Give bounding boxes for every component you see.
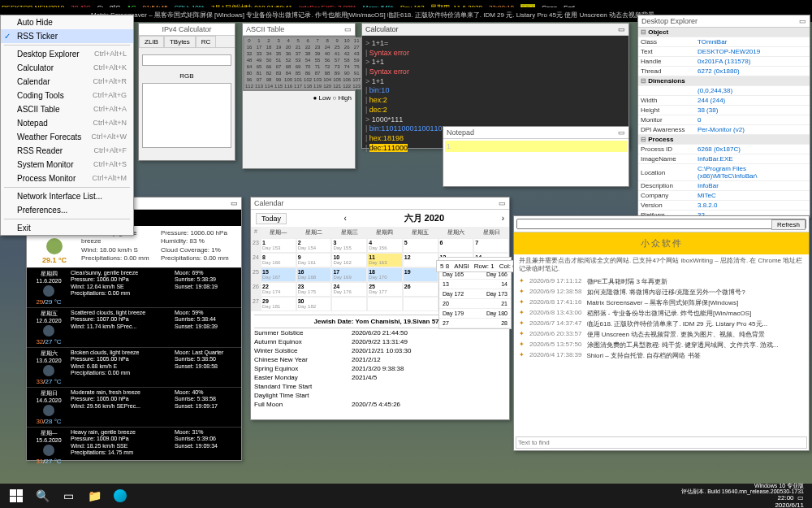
- calendar-day[interactable]: 30Day 182: [296, 297, 332, 311]
- calendar-day[interactable]: 1Day 153: [261, 238, 296, 253]
- context-menu: Auto Hide✓RSS TickerDesktop ExplorerCtrl…: [0, 15, 134, 236]
- menu-item-calendar[interactable]: CalendarCtrl+Alt+R: [1, 75, 133, 89]
- notif-icon[interactable]: ▭: [797, 494, 804, 501]
- rss-item[interactable]: ✦2020/6/8 17:41:16Matrix Screensaver – 黑…: [514, 297, 809, 308]
- calendar-day[interactable]: 6: [438, 238, 474, 253]
- menu-item-coding-tools[interactable]: Coding ToolsCtrl+Alt+G: [1, 89, 133, 102]
- calendar-day[interactable]: [403, 297, 438, 311]
- notepad-window[interactable]: Notepad▭ 1: [443, 126, 629, 187]
- calendar-day[interactable]: 12: [403, 253, 438, 267]
- feed-select[interactable]: [516, 219, 806, 229]
- close-icon[interactable]: ▭: [618, 128, 625, 137]
- menu-item-process-monitor[interactable]: Process MonitorCtrl+Alt+M: [1, 172, 133, 185]
- forecast-row: 星期六13.6.202033/27 °CBroken clouds, light…: [27, 347, 241, 387]
- month-title: 六月 2020: [404, 212, 445, 224]
- calendar-day[interactable]: 17Day 169: [331, 267, 367, 282]
- close-icon[interactable]: ▭: [799, 17, 806, 25]
- edge-icon[interactable]: [110, 486, 130, 506]
- rgb-label: RGB: [139, 72, 235, 80]
- ipv4-calculator-window[interactable]: IPv4 Calculator ZLIB TBytes RC RGB: [138, 23, 235, 161]
- calendar-day[interactable]: 11Day 163: [367, 253, 403, 267]
- rss-item[interactable]: ✦2020/6/7 14:37:47临近618. 正版软件特价清单来了. IDM…: [514, 319, 809, 329]
- menu-item-desktop-explorer[interactable]: Desktop ExplorerCtrl+Alt+L: [1, 47, 133, 61]
- calendar-day[interactable]: [331, 297, 367, 311]
- calendar-day[interactable]: 23Day 175: [296, 282, 332, 297]
- taskbar[interactable]: 🔍 ▭ 📁 Windows 10 专业版 评估副本. Build 19640.m…: [0, 484, 812, 508]
- ascii-grid[interactable]: 0123456789101112131415161718192021222324…: [243, 36, 355, 91]
- task-view-icon[interactable]: ▭: [58, 486, 78, 506]
- explorer-title: Desktop Explorer▭: [638, 15, 810, 28]
- system-tray[interactable]: Windows 10 专业版 评估副本. Build 19640.mn_rele…: [681, 483, 809, 508]
- radio-high[interactable]: ○ High: [332, 94, 352, 102]
- ascii-title: ASCII Table▭: [243, 24, 355, 36]
- menu-item-weather-forecats[interactable]: Weather ForecatsCtrl+Alt+W: [1, 130, 133, 144]
- calendar-day[interactable]: 4Day 156: [367, 238, 403, 253]
- menu-item-network-interface-list-[interactable]: Network Interface List...: [1, 189, 133, 203]
- rss-item[interactable]: ✦2020/6/8 13:43:00稻部落 - 专业备份导出微博记录. 炸号也能…: [514, 308, 809, 319]
- menu-item-notepad[interactable]: NotepadCtrl+Alt+N: [1, 116, 133, 130]
- radio-low[interactable]: ● Low: [313, 94, 331, 102]
- rss-reader-window[interactable]: Refresh 小众软件 并且兼并需要点击才能阅读全文的网站. 已支持47个网站…: [513, 215, 810, 451]
- calendar-day[interactable]: [367, 297, 403, 311]
- forecast-row: 星期五12.6.202032/27 °CScattered clouds, li…: [27, 307, 241, 347]
- today-button[interactable]: Today: [256, 213, 287, 224]
- desktop-explorer-window[interactable]: Desktop Explorer▭ ObjectClassTOmniBarTex…: [637, 15, 810, 218]
- tab-rc[interactable]: RC: [196, 36, 217, 47]
- rss-item[interactable]: ✦2020/6/4 17:38:39Shiori – 支持自托管. 自存档的网络…: [514, 350, 809, 361]
- menu-item-calculator[interactable]: CalculatorCtrl+Alt+K: [1, 61, 133, 75]
- calendar-title: Calendar▭: [251, 198, 509, 210]
- menu-item-rss-reader[interactable]: RSS ReaderCtrl+Alt+F: [1, 144, 133, 158]
- notepad-body[interactable]: 1: [443, 139, 628, 154]
- prev-month-icon[interactable]: ‹: [344, 214, 347, 223]
- weather-window[interactable]: Weather Forecast▭ 21:5429.1 °C Clear/sun…: [26, 197, 242, 461]
- rss-item[interactable]: ✦2020/6/5 13:57:50涂图清免费的工具型教程: 纯干货. 健穿透局…: [514, 340, 809, 350]
- search-icon[interactable]: 🔍: [32, 486, 52, 506]
- start-button[interactable]: [10, 489, 23, 502]
- close-icon[interactable]: ▭: [499, 199, 506, 207]
- menu-item-exit[interactable]: Exit: [1, 221, 133, 235]
- close-icon[interactable]: ▭: [618, 25, 625, 33]
- rss-item[interactable]: ✦2020/6/9 17:11:12微PE工具箱时隔 3 年再更新: [514, 276, 809, 287]
- forecast-row: 星期四11.6.202029/29 °CClear/sunny, gentle …: [27, 267, 241, 307]
- calendar-day[interactable]: 9Day 161: [296, 253, 332, 267]
- ascii-table-window[interactable]: ASCII Table▭ 012345678910111213141516171…: [242, 23, 356, 169]
- notepad-title: Notepad▭: [443, 127, 628, 139]
- menu-item-auto-hide[interactable]: Auto Hide: [1, 15, 133, 29]
- calc-title: Calculator▭: [362, 24, 628, 36]
- menu-item-system-monitor[interactable]: System MonitorCtrl+Alt+S: [1, 158, 133, 172]
- close-icon[interactable]: ▭: [231, 199, 238, 207]
- calendar-day[interactable]: 26: [403, 282, 438, 297]
- forecast-row: 星期日14.6.202030/28 °CModerate rain, fresh…: [27, 387, 241, 427]
- calendar-day[interactable]: 24Day 176: [331, 282, 367, 297]
- calendar-day[interactable]: 16Day 168: [296, 267, 332, 282]
- calendar-day[interactable]: 3Day 155: [331, 238, 367, 253]
- menu-item-preferences-[interactable]: Preferences...: [1, 203, 133, 217]
- calendar-day[interactable]: 25Day 177: [367, 282, 403, 297]
- ipv4-tabs: ZLIB TBytes RC: [139, 36, 235, 48]
- calendar-day[interactable]: 10Day 162: [331, 253, 367, 267]
- calendar-day[interactable]: 2Day 154: [296, 238, 332, 253]
- close-icon[interactable]: ▭: [344, 25, 352, 33]
- tab-zlib[interactable]: ZLIB: [139, 36, 164, 47]
- menu-item-rss-ticker[interactable]: ✓RSS Ticker: [1, 29, 133, 43]
- rss-search-input[interactable]: [516, 436, 807, 449]
- tab-tbytes[interactable]: TBytes: [164, 36, 196, 47]
- calendar-day[interactable]: 7: [473, 238, 509, 253]
- calendar-day[interactable]: 29Day 181: [261, 297, 296, 311]
- next-month-icon[interactable]: ›: [502, 214, 504, 223]
- calendar-day[interactable]: 18Day 170: [367, 267, 403, 282]
- ipv4-input[interactable]: [142, 54, 231, 66]
- calendar-day[interactable]: 8Day 160: [261, 253, 296, 267]
- ticker-text: Matrix Screensaver – 黑客帝国式矩阵屏保 [Windows]…: [91, 11, 654, 20]
- explorer-icon[interactable]: 📁: [84, 486, 104, 506]
- ascii-range: ● Low ○ High: [243, 91, 355, 105]
- rss-item[interactable]: ✦2020/6/6 20:33:57使用 Unscreen 动态去视频背景. 更…: [514, 329, 809, 340]
- refresh-button[interactable]: Refresh: [771, 219, 806, 230]
- calendar-day[interactable]: 5: [403, 238, 438, 253]
- calendar-day[interactable]: 22Day 174: [261, 282, 296, 297]
- rgb-preview: [142, 83, 231, 148]
- rss-item[interactable]: ✦2020/6/9 12:38:58如何克隆微博. 将微博内容迁移/克隆至另外一…: [514, 287, 809, 297]
- calendar-day[interactable]: 19: [403, 267, 438, 282]
- menu-item-ascii-table[interactable]: ASCII TableCtrl+Alt+A: [1, 102, 133, 116]
- calendar-day[interactable]: 15Day 167: [261, 267, 296, 282]
